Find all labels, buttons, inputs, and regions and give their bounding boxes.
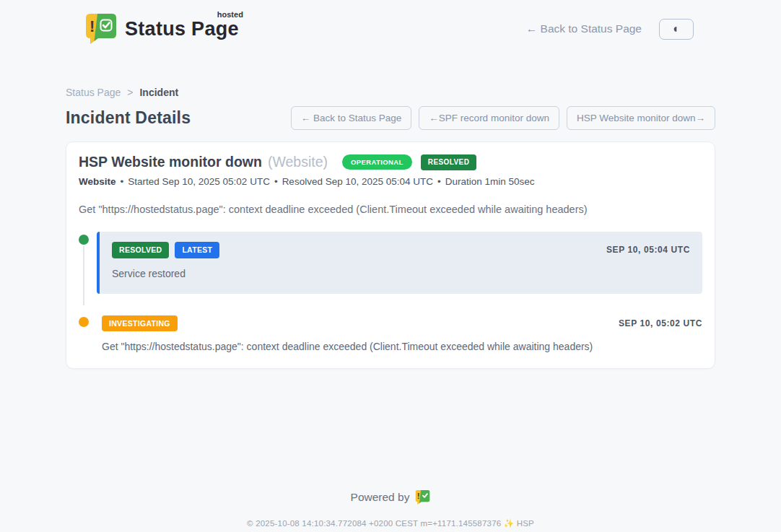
meta-resolved: Resolved Sep 10, 2025 05:04 UTC [282, 176, 433, 187]
breadcrumb-incident: Incident [139, 87, 178, 98]
update-header: RESOLVED LATEST SEP 10, 05:04 UTC [112, 242, 690, 258]
title-row: Incident Details ← Back to Status Page ←… [66, 106, 715, 130]
logo-brand-text: Status Page hosted [125, 18, 242, 40]
logo[interactable]: ! Status Page hosted [85, 14, 242, 44]
meta-duration: Duration 1min 50sec [445, 176, 535, 187]
svg-text:!: ! [417, 492, 420, 500]
update-latest-badge: LATEST [175, 242, 219, 258]
meta-separator: • [121, 176, 124, 187]
main-content: Status Page > Incident Incident Details … [66, 87, 715, 528]
update-highlight-box: RESOLVED LATEST SEP 10, 05:04 UTC Servic… [97, 232, 702, 294]
incident-description: Get "https://hostedstatus.page": context… [79, 204, 702, 215]
timeline-dot-resolved [79, 235, 89, 245]
page-title: Incident Details [66, 108, 191, 128]
incident-nav-buttons: ← Back to Status Page ←SPF record monito… [291, 106, 715, 130]
prev-incident-button[interactable]: ←SPF record monitor down [419, 106, 559, 130]
status-page-logo-icon: ! [85, 14, 117, 44]
breadcrumb-separator: > [127, 87, 133, 98]
logo-brand: Status Page [125, 18, 239, 40]
timeline-dot-investigating [79, 317, 89, 327]
theme-toggle-button[interactable]: ◐ [659, 19, 694, 40]
update-timestamp: SEP 10, 05:02 UTC [619, 318, 702, 328]
resolved-state-badge: RESOLVED [421, 154, 476, 170]
incident-timeline: RESOLVED LATEST SEP 10, 05:04 UTC Servic… [79, 232, 702, 352]
powered-by: Powered by ! [66, 490, 715, 505]
svg-text:!: ! [90, 17, 95, 35]
meta-separator: • [274, 176, 278, 187]
half-circle-contrast-icon: ◐ [673, 23, 680, 35]
incident-title: HSP Website monitor down [79, 154, 262, 170]
update-resolved-badge: RESOLVED [112, 242, 169, 258]
breadcrumb-status-page[interactable]: Status Page [66, 87, 121, 98]
update-message: Service restored [112, 268, 690, 279]
meta-component: Website [79, 176, 116, 187]
update-timestamp: SEP 10, 05:04 UTC [606, 245, 690, 255]
powered-by-label: Powered by [351, 491, 410, 504]
header-back-link[interactable]: ← Back to Status Page [526, 22, 642, 35]
status-page-footer-logo-icon[interactable]: ! [415, 490, 430, 505]
next-incident-button[interactable]: HSP Website monitor down→ [567, 106, 715, 130]
breadcrumb: Status Page > Incident [66, 87, 715, 98]
update-header: INVESTIGATING SEP 10, 05:02 UTC [102, 315, 702, 332]
meta-started: Started Sep 10, 2025 05:02 UTC [128, 176, 270, 187]
incident-card-header: HSP Website monitor down (Website) OPERA… [79, 154, 702, 170]
incident-meta: Website • Started Sep 10, 2025 05:02 UTC… [79, 176, 702, 187]
update-message: Get "https://hostedstatus.page": context… [102, 341, 702, 352]
operational-status-badge: OPERATIONAL [342, 154, 412, 170]
site-header: ! Status Page hosted ← Back to Status Pa… [0, 0, 781, 48]
footer: Powered by ! © 2025-10-08 14:10:34.77208… [66, 490, 715, 528]
copyright-line: © 2025-10-08 14:10:34.772084 +0200 CEST … [66, 518, 715, 528]
back-to-status-page-button[interactable]: ← Back to Status Page [291, 106, 412, 130]
meta-separator: • [437, 176, 441, 187]
header-right: ← Back to Status Page ◐ [526, 19, 694, 40]
incident-card: HSP Website monitor down (Website) OPERA… [66, 141, 715, 369]
timeline-update-investigating: INVESTIGATING SEP 10, 05:02 UTC Get "htt… [102, 315, 702, 353]
logo-hosted-superscript: hosted [217, 10, 243, 19]
timeline-update-latest: RESOLVED LATEST SEP 10, 05:04 UTC Servic… [79, 232, 702, 294]
incident-component-label: (Website) [268, 154, 328, 170]
update-investigating-badge: INVESTIGATING [102, 315, 178, 332]
